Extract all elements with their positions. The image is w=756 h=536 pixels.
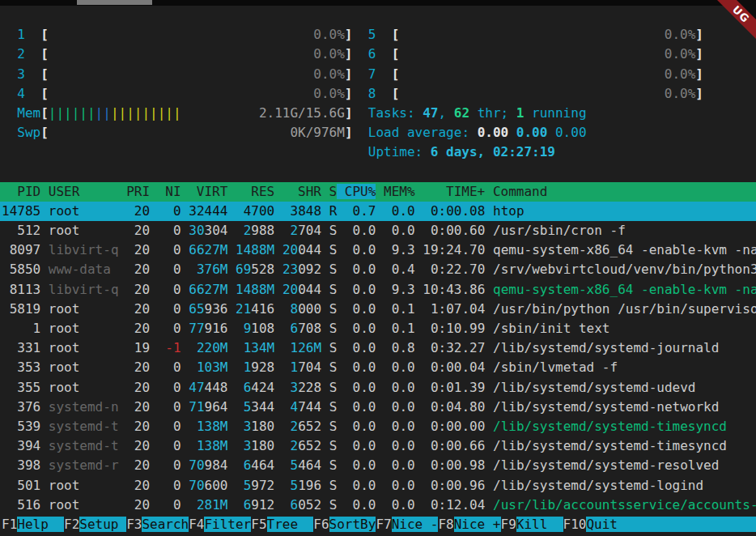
mem-pct-cell: 0.0 <box>384 457 415 473</box>
text-run <box>274 399 282 415</box>
command-cell: /lib/systemd/systemd-resolved <box>493 457 756 473</box>
time-cell: 0:00.08 <box>423 203 485 219</box>
process-row-516[interactable]: 516 root 20 0 281M 6912 6052 S 0.0 0.0 0… <box>0 496 756 515</box>
pid-cell: 355 <box>2 380 40 395</box>
text-run <box>40 457 49 473</box>
fn-action-quit[interactable]: Quit <box>586 517 756 532</box>
text-run <box>227 438 236 453</box>
fn-key-f8[interactable]: F8 <box>438 517 453 532</box>
cpu-pct-cell: 0.0 <box>345 380 376 395</box>
fn-key-f2[interactable]: F2 <box>64 517 79 532</box>
fn-action-setup[interactable]: Setup <box>79 517 126 532</box>
process-row-5850[interactable]: 5850 www-data 20 0 376M 69528 23092 S 0.… <box>0 260 756 279</box>
res-cell: 6 <box>236 457 251 473</box>
priority-cell: 20 <box>126 419 150 434</box>
mem-pct-cell: 0.1 <box>384 301 415 317</box>
state-cell: S <box>321 457 345 473</box>
cpu-pct-cell: 0.0 <box>345 438 376 453</box>
user-cell: root <box>49 301 119 317</box>
process-row-394[interactable]: 394 systemd-t 20 0 138M 3180 2652 S 0.0 … <box>0 436 756 456</box>
res-cell: 912 <box>251 497 274 513</box>
meter-bracket: ] <box>345 86 353 101</box>
res-cell: 3 <box>236 438 251 453</box>
fn-key-f9[interactable]: F9 <box>501 517 516 532</box>
fn-key-f1[interactable]: F1 <box>2 517 17 532</box>
process-row-353[interactable]: 353 root 20 0 103M 1928 1704 S 0.0 0.0 0… <box>0 358 756 377</box>
text-run <box>376 86 391 101</box>
cpu-pct-cell: 0.0 <box>345 399 376 415</box>
cpu-pct-cell: 0.0 <box>345 478 376 493</box>
nice-cell: 0 <box>158 203 181 219</box>
pid-cell: 394 <box>2 438 40 453</box>
state-cell: S <box>321 301 345 317</box>
fn-action-filter[interactable]: Filter <box>204 517 251 532</box>
text-run <box>274 438 282 453</box>
process-row-376[interactable]: 376 systemd-n 20 0 71964 5344 4744 S 0.0… <box>0 398 756 417</box>
fn-key-f5[interactable]: F5 <box>251 517 266 532</box>
text-run <box>399 86 665 101</box>
text-run <box>415 321 423 336</box>
fn-action-nice-[interactable]: Nice + <box>454 517 501 532</box>
res-cell: 988 <box>251 223 274 238</box>
process-row-355[interactable]: 355 root 20 0 47448 6424 3228 S 0.0 0.0 … <box>0 378 756 398</box>
fn-key-f6[interactable]: F6 <box>313 517 329 532</box>
process-row-398[interactable]: 398 systemd-r 20 0 70984 6464 5464 S 0.0… <box>0 456 756 475</box>
text-run <box>181 242 189 257</box>
process-row-8113[interactable]: 8113 libvirt-q 20 0 6627M 1488M 20044 S … <box>0 280 756 300</box>
cpu-meter-value: 0.0% <box>665 66 696 82</box>
swap-meter-label: Swp <box>17 125 40 140</box>
text-run <box>376 340 384 355</box>
text-run <box>376 457 384 473</box>
text-run <box>376 399 384 415</box>
text-run <box>150 359 158 375</box>
res-cell: 1488M <box>236 242 274 257</box>
text-run <box>227 340 236 355</box>
process-row-14785[interactable]: 14785 root 20 0 32444 4700 3848 R 0.7 0.… <box>0 202 756 221</box>
sort-column-cpu[interactable]: CPU% <box>337 184 376 199</box>
command-cell: /usr/sbin/cron -f <box>493 223 756 238</box>
text-run <box>2 46 17 62</box>
virt-cell: 47 <box>189 380 204 395</box>
process-row-512[interactable]: 512 root 20 0 30304 2988 2704 S 0.0 0.0 … <box>0 221 756 240</box>
text-run <box>353 86 368 101</box>
res-cell: 134M <box>236 340 274 355</box>
text-run <box>150 419 158 434</box>
window-drag-handle[interactable] <box>77 0 152 5</box>
text-run <box>227 399 236 415</box>
pid-cell: 8097 <box>2 242 40 257</box>
text-run <box>415 223 423 238</box>
state-cell: S <box>321 478 345 493</box>
process-row-331[interactable]: 331 root 19 -1 220M 134M 126M S 0.0 0.8 … <box>0 338 756 358</box>
nice-cell: 0 <box>158 282 181 297</box>
fn-key-f10[interactable]: F10 <box>563 517 587 532</box>
shr-cell: 704 <box>298 223 321 238</box>
fn-key-f3[interactable]: F3 <box>126 517 142 532</box>
text-run <box>49 125 291 140</box>
fn-action-tree[interactable]: Tree <box>267 517 314 532</box>
fn-key-f4[interactable]: F4 <box>189 517 204 532</box>
text-run <box>485 359 493 375</box>
text-run <box>274 419 282 434</box>
cpu-pct-cell: 0.0 <box>345 321 376 336</box>
priority-cell: 20 <box>126 359 150 375</box>
process-table-header[interactable]: PID USER PRI NI VIRT RES SHR S CPU% MEM%… <box>0 182 756 202</box>
process-row-5819[interactable]: 5819 root 20 0 65936 21416 8000 S 0.0 0.… <box>0 300 756 319</box>
text-run <box>150 438 158 453</box>
function-key-bar[interactable]: F1Help F2Setup F3SearchF4FilterF5Tree F6… <box>0 515 756 534</box>
fn-key-f7[interactable]: F7 <box>376 517 391 532</box>
nice-cell: 0 <box>158 457 181 473</box>
process-row-539[interactable]: 539 systemd-t 20 0 138M 3180 2652 S 0.0 … <box>0 417 756 436</box>
tasks-label: Tasks: <box>368 105 423 121</box>
res-cell: 108 <box>251 321 274 336</box>
process-row-1[interactable]: 1 root 20 0 77916 9108 6708 S 0.0 0.1 0:… <box>0 319 756 338</box>
process-row-8097[interactable]: 8097 libvirt-q 20 0 6627M 1488M 20044 S … <box>0 240 756 260</box>
process-row-501[interactable]: 501 root 20 0 70600 5972 5196 S 0.0 0.0 … <box>0 476 756 496</box>
fn-action-search[interactable]: Search <box>142 517 189 532</box>
cpu-meter-row: 2 [ 0.0%] 6 [ 0.0%] <box>0 45 756 64</box>
fn-action-sortby[interactable]: SortBy <box>329 517 376 532</box>
fn-action-help[interactable]: Help <box>17 517 64 532</box>
fn-action-kill[interactable]: Kill <box>516 517 563 532</box>
shr-cell: 464 <box>298 457 321 473</box>
fn-action-nice-[interactable]: Nice - <box>392 517 439 532</box>
text-run <box>399 46 665 62</box>
